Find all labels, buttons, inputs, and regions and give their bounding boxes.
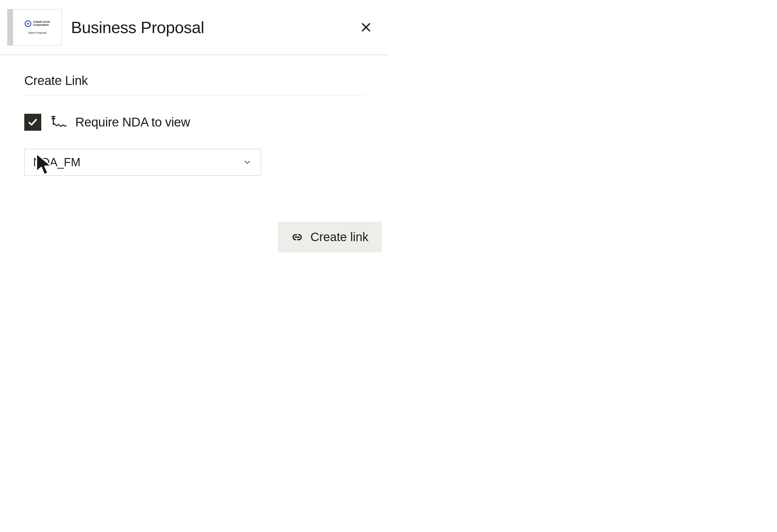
close-icon: [360, 21, 372, 33]
company-logo-icon: [25, 20, 31, 27]
thumbnail-logo-row: Cobalt Circle Corporation: [25, 20, 50, 27]
thumbnail-stripe: [8, 9, 13, 45]
document-thumbnail: Cobalt Circle Corporation Sales Proposal: [7, 9, 62, 45]
require-nda-row: Require NDA to view: [24, 114, 364, 131]
create-link-button-label: Create link: [311, 230, 368, 244]
require-nda-checkbox[interactable]: [24, 114, 41, 131]
nda-template-dropdown[interactable]: NDA_FM: [24, 149, 261, 176]
dialog-header: Cobalt Circle Corporation Sales Proposal…: [0, 0, 388, 55]
chevron-down-icon: [242, 157, 252, 167]
dropdown-selected-value: NDA_FM: [33, 156, 81, 169]
close-button[interactable]: [359, 20, 373, 34]
section-title: Create Link: [24, 74, 364, 96]
signature-icon: [50, 115, 67, 130]
thumbnail-content: Cobalt Circle Corporation Sales Proposal: [13, 9, 62, 45]
check-icon: [28, 117, 38, 127]
create-link-button[interactable]: Create link: [278, 222, 382, 252]
dialog-body: Create Link Require NDA to view NDA_FM: [0, 55, 388, 188]
document-title: Business Proposal: [71, 18, 204, 37]
require-nda-label: Require NDA to view: [75, 115, 190, 130]
company-name-line2: Corporation: [33, 24, 50, 27]
thumbnail-subtitle: Sales Proposal: [28, 31, 47, 34]
thumbnail-company-name: Cobalt Circle Corporation: [33, 21, 50, 27]
link-icon: [291, 231, 303, 243]
